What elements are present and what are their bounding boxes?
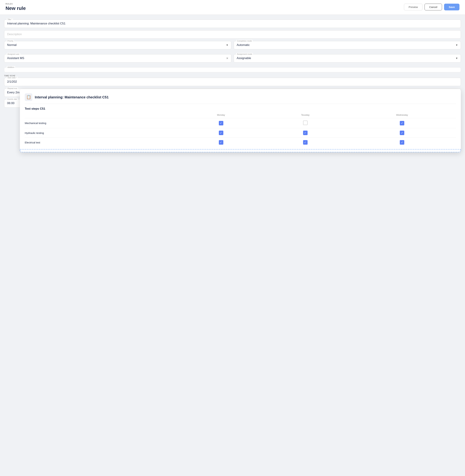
- step-checkbox-cell[interactable]: ✓: [263, 138, 348, 147]
- checkbox-checked-icon[interactable]: ✓: [400, 140, 404, 145]
- step-name: Hydraulic testing: [25, 128, 180, 138]
- header-actions: Preview Cancel Save: [404, 4, 459, 11]
- col-header-tuesday: Teusday: [263, 113, 348, 118]
- checkbox-checked-icon[interactable]: ✓: [219, 131, 223, 135]
- repeat-every-value: Every 2m: [7, 91, 20, 94]
- preview-icon: 📋: [25, 93, 32, 101]
- events-start-value: 06:00: [7, 101, 15, 105]
- checkbox-checked-icon[interactable]: ✓: [400, 121, 404, 125]
- cancel-button[interactable]: Cancel: [424, 4, 442, 11]
- checkbox-checked-icon[interactable]: ✓: [303, 131, 307, 135]
- priority-completion-row: Priority Normal ▼ Completion mode Automa…: [4, 41, 461, 52]
- user-assignment-row: Assigned user Assistant MS ✕ Assignment …: [4, 54, 461, 65]
- breadcrumb: RULES: [6, 3, 26, 5]
- table-row: Mechanical testing✓✓: [25, 118, 456, 128]
- preview-panel: 📋 Interval planning: Maintenance checkli…: [20, 89, 461, 152]
- additional-label: Addition: [7, 66, 15, 68]
- assigned-user-value: Assistant MS: [7, 56, 24, 60]
- col-header-wednesday: Wednesday: [348, 113, 456, 118]
- checkbox-checked-icon[interactable]: ✓: [219, 121, 223, 125]
- clear-user-icon[interactable]: ✕: [226, 57, 228, 60]
- assignment-mode-select[interactable]: Assignable ▼: [237, 56, 458, 60]
- step-checkbox-cell[interactable]: ✓: [263, 128, 348, 138]
- completion-mode-chevron-icon: ▼: [455, 44, 458, 46]
- completion-mode-label: Completion mode: [236, 40, 253, 42]
- assigned-user-field[interactable]: Assigned user Assistant MS ✕: [4, 54, 231, 63]
- page-title: New rule: [6, 6, 26, 11]
- clipboard-icon: 📋: [26, 95, 31, 100]
- priority-value: Normal: [7, 43, 17, 47]
- assignment-mode-field[interactable]: Assignment mode Assignable ▼: [234, 54, 461, 63]
- completion-mode-field[interactable]: Completion mode Automatic ▼: [234, 41, 461, 49]
- step-checkbox-cell[interactable]: ✓: [348, 128, 456, 138]
- assignment-mode-label: Assignment mode: [236, 53, 253, 55]
- step-checkbox-cell[interactable]: ✓: [348, 118, 456, 128]
- preview-panel-bottom-border: [20, 149, 461, 152]
- col-header-monday: Monday: [180, 113, 263, 118]
- steps-label: Test steps C51: [25, 107, 456, 111]
- description-placeholder: Description: [7, 33, 22, 36]
- preview-panel-title: Interval planning: Maintenance checklist…: [35, 95, 109, 99]
- description-field[interactable]: Description: [4, 30, 461, 39]
- col-header-step: [25, 113, 180, 118]
- assignment-mode-chevron-icon: ▼: [455, 57, 458, 60]
- start-date-label: Start date *: [7, 77, 18, 79]
- step-name: Electrical test: [25, 138, 180, 147]
- checkbox-unchecked-icon[interactable]: [303, 121, 307, 125]
- step-checkbox-cell[interactable]: ✓: [180, 128, 263, 138]
- checkbox-checked-icon[interactable]: ✓: [400, 131, 404, 135]
- priority-label: Priority: [7, 40, 14, 42]
- priority-chevron-icon: ▼: [226, 44, 228, 46]
- step-name: Mechanical testing: [25, 118, 180, 128]
- main-content: Title * Description Priority Normal ▼ Co…: [0, 15, 465, 115]
- time-schedule-label: TIME SCHE: [4, 75, 461, 77]
- priority-field[interactable]: Priority Normal ▼: [4, 41, 231, 49]
- table-row: Hydraulic testing✓✓✓: [25, 128, 456, 138]
- priority-select[interactable]: Normal ▼: [7, 43, 228, 47]
- title-input[interactable]: [7, 22, 458, 25]
- start-date-value: 2/1/202: [7, 80, 17, 83]
- steps-table-header-row: Monday Teusday Wednesday: [25, 113, 456, 118]
- preview-button[interactable]: Preview: [404, 4, 423, 11]
- start-date-field[interactable]: Start date * 2/1/202: [4, 78, 461, 86]
- assigned-user-select[interactable]: Assistant MS ✕: [7, 56, 228, 60]
- title-label: Title *: [7, 18, 13, 21]
- assigned-user-label: Assigned user: [7, 53, 20, 55]
- repeat-every-label: Repeat eve: [7, 87, 18, 89]
- step-checkbox-cell[interactable]: ✓: [348, 138, 456, 147]
- preview-panel-header: 📋 Interval planning: Maintenance checkli…: [25, 93, 456, 104]
- events-start-label: Events star: [7, 98, 18, 100]
- completion-mode-select[interactable]: Automatic ▼: [237, 43, 458, 47]
- completion-mode-value: Automatic: [237, 43, 250, 47]
- steps-table: Monday Teusday Wednesday Mechanical test…: [25, 113, 456, 147]
- title-field[interactable]: Title *: [4, 20, 461, 28]
- step-checkbox-cell[interactable]: ✓: [180, 138, 263, 147]
- checkbox-checked-icon[interactable]: ✓: [303, 140, 307, 145]
- checkbox-checked-icon[interactable]: ✓: [219, 140, 223, 145]
- header-left: RULES New rule: [6, 3, 26, 11]
- step-checkbox-cell[interactable]: ✓: [180, 118, 263, 128]
- additional-field[interactable]: Addition: [4, 67, 461, 72]
- page-header: RULES New rule Preview Cancel Save: [0, 0, 465, 15]
- assignment-mode-value: Assignable: [237, 56, 251, 60]
- table-row: Electrical test✓✓✓: [25, 138, 456, 147]
- save-button[interactable]: Save: [444, 4, 459, 11]
- step-checkbox-cell[interactable]: [263, 118, 348, 128]
